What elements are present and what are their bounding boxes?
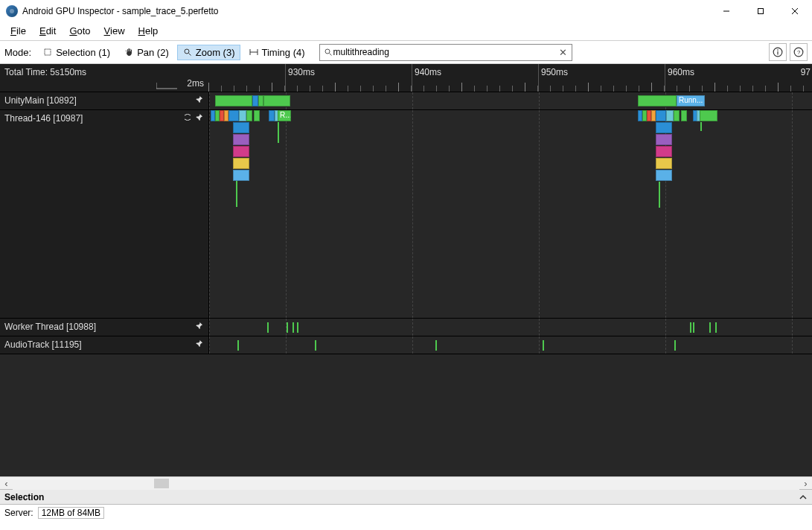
timeline-area: Total Time: 5s150ms 2ms 97 930ms940ms950… <box>0 64 812 476</box>
trace-slice-thin[interactable] <box>237 340 239 351</box>
trace-slice-thin[interactable] <box>315 340 316 351</box>
trace-slice[interactable] <box>263 95 290 106</box>
horizontal-scrollbar[interactable]: ‹ › <box>0 476 812 489</box>
trace-slice[interactable] <box>656 122 672 133</box>
track-label[interactable]: UnityMain [10892] <box>0 92 208 109</box>
mode-timing[interactable]: Timing (4) <box>243 45 310 60</box>
trace-slice[interactable] <box>656 158 672 169</box>
window-controls <box>709 0 812 22</box>
menu-view[interactable]: View <box>98 24 131 38</box>
trace-slice[interactable] <box>656 134 672 145</box>
trace-slice-thin[interactable] <box>435 340 437 351</box>
trace-slice-thin[interactable] <box>709 322 711 333</box>
mode-zoom[interactable]: Zoom (3) <box>177 45 240 60</box>
scroll-thumb[interactable] <box>154 479 169 488</box>
track-label[interactable]: Thread-146 [10987] <box>0 110 208 318</box>
trace-slice[interactable] <box>656 146 672 157</box>
menu-file[interactable]: File <box>4 24 32 38</box>
ruler-scale[interactable]: 97 930ms940ms950ms960ms <box>208 64 812 92</box>
track-body[interactable]: R... <box>208 110 812 318</box>
track-body[interactable] <box>208 336 812 354</box>
trace-slice[interactable] <box>246 110 252 121</box>
trace-slice[interactable] <box>258 95 263 106</box>
trace-slice[interactable] <box>656 170 672 181</box>
trace-slice[interactable] <box>233 122 249 133</box>
menu-help[interactable]: Help <box>132 24 164 38</box>
trace-slice[interactable] <box>254 110 260 121</box>
trace-slice[interactable] <box>681 110 687 121</box>
trace-slice-thin[interactable] <box>715 322 717 333</box>
selection-cursor-icon <box>42 47 53 57</box>
trace-slice-thin[interactable] <box>693 322 694 333</box>
trace-slice-thin[interactable] <box>659 182 660 208</box>
help-button[interactable]: ? <box>790 43 808 61</box>
scroll-left-button[interactable]: ‹ <box>0 477 13 490</box>
track-body[interactable]: Runn... <box>208 92 812 109</box>
toolbar: Mode: Selection (1) Pan (2) Zoom (3) Tim… <box>0 40 812 64</box>
minimize-button[interactable] <box>709 0 744 22</box>
trace-slice-thin[interactable] <box>292 322 294 333</box>
pin-icon[interactable] <box>195 339 204 348</box>
track-body[interactable] <box>208 319 812 336</box>
pin-icon[interactable] <box>195 322 204 331</box>
trace-slice[interactable] <box>233 134 249 145</box>
mode-selection[interactable]: Selection (1) <box>37 45 115 60</box>
trace-slice[interactable] <box>228 110 239 121</box>
scroll-right-button[interactable]: › <box>799 477 812 490</box>
track-label[interactable]: Worker Thread [10988] <box>0 319 208 336</box>
menu-goto[interactable]: Goto <box>63 24 96 38</box>
selection-panel-header[interactable]: Selection <box>0 489 812 505</box>
track-thread146[interactable]: Thread-146 [10987]R... <box>0 110 812 319</box>
menu-edit[interactable]: Edit <box>33 24 62 38</box>
svg-point-5 <box>185 49 189 54</box>
trace-slice[interactable] <box>233 146 249 157</box>
trace-slice[interactable]: R... <box>278 110 291 121</box>
info-button[interactable] <box>769 43 787 61</box>
trace-slice-thin[interactable] <box>267 322 269 333</box>
trace-slice[interactable] <box>656 110 666 121</box>
mode-zoom-label: Zoom (3) <box>196 47 235 58</box>
track-audio[interactable]: AudioTrack [11195] <box>0 336 812 354</box>
trace-slice[interactable] <box>638 95 677 106</box>
trace-slice[interactable] <box>674 110 680 121</box>
empty-track-area[interactable] <box>0 354 812 476</box>
trace-slice[interactable] <box>269 110 275 121</box>
trace-slice[interactable] <box>233 158 249 169</box>
svg-line-6 <box>188 54 191 56</box>
pin-icon[interactable] <box>195 95 204 104</box>
clear-search-button[interactable]: ✕ <box>557 47 569 58</box>
trace-slice-thin[interactable] <box>236 181 237 207</box>
trace-slice[interactable] <box>215 95 252 106</box>
mode-pan[interactable]: Pan (2) <box>118 45 174 60</box>
hand-icon <box>124 47 134 57</box>
time-ruler[interactable]: Total Time: 5s150ms 2ms 97 930ms940ms950… <box>0 64 812 92</box>
svg-point-10 <box>325 49 330 54</box>
trace-slice-thin[interactable] <box>287 322 288 333</box>
trace-slice-thin[interactable] <box>700 122 702 131</box>
trace-slice[interactable] <box>700 110 717 121</box>
collapse-icon[interactable] <box>185 114 192 121</box>
track-unitymain[interactable]: UnityMain [10892]Runn... <box>0 92 812 110</box>
trace-slice[interactable] <box>239 110 246 121</box>
trace-slice-thin[interactable] <box>297 322 298 333</box>
pin-icon[interactable] <box>195 113 204 122</box>
magnifier-icon <box>182 47 193 57</box>
trace-slice[interactable] <box>666 110 674 121</box>
trace-slice-thin[interactable] <box>690 322 691 333</box>
maximize-button[interactable] <box>744 0 778 22</box>
trace-slice[interactable]: Runn... <box>677 95 705 106</box>
trace-slice-thin[interactable] <box>674 340 676 351</box>
close-button[interactable] <box>778 0 812 22</box>
trace-slice-thin[interactable] <box>278 122 279 143</box>
trace-slice[interactable] <box>233 170 249 181</box>
chevron-up-icon[interactable] <box>799 493 808 502</box>
track-label[interactable]: AudioTrack [11195] <box>0 336 208 354</box>
track-worker[interactable]: Worker Thread [10988] <box>0 319 812 336</box>
search-box[interactable]: ✕ <box>319 44 572 61</box>
mode-label: Mode: <box>4 47 31 58</box>
search-input[interactable] <box>333 47 557 57</box>
trace-slice-thin[interactable] <box>543 340 544 351</box>
scroll-track[interactable] <box>13 477 799 490</box>
ruler-end-label: 97 <box>801 67 811 77</box>
trace-slice[interactable] <box>252 95 258 106</box>
